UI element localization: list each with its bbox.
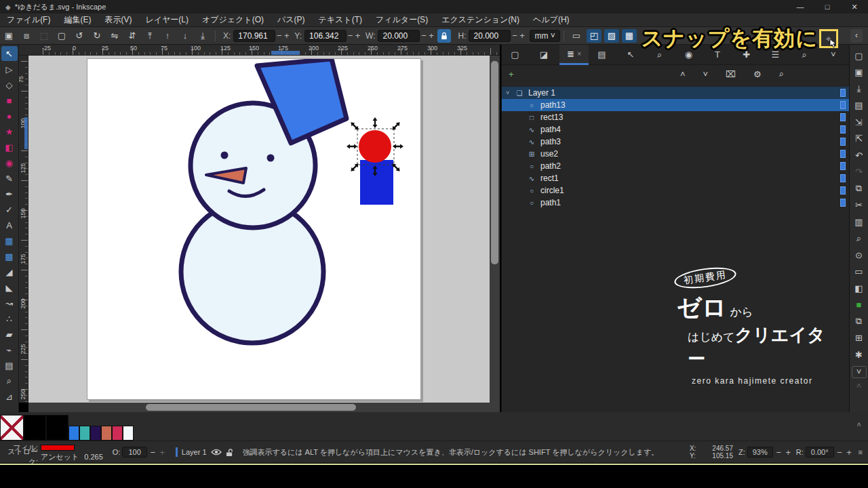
object-row[interactable]: ∿ path3 [502,136,850,148]
rotation-input[interactable]: 0.00° [806,447,834,458]
horizontal-scrollbar-thumb[interactable] [146,404,356,411]
opacity-decrement[interactable]: − [149,447,157,458]
object-row[interactable]: ○ path13 [502,99,850,111]
canvas-viewport[interactable] [28,56,490,403]
snowman-left-eye[interactable] [221,152,229,159]
new-document-icon[interactable]: ▢ [852,47,867,64]
move-patterns-toggle[interactable]: ▦ [622,29,637,43]
highlight-color-marker[interactable] [840,138,846,146]
rectangle-tool[interactable]: ■ [1,93,18,108]
zoom-decrement[interactable]: − [775,447,783,458]
eraser-tool[interactable]: ▰ [1,327,18,342]
swatches-icon[interactable]: ■ [852,297,867,314]
height-increment[interactable]: + [518,30,526,41]
pages-tool[interactable]: ▤ [1,358,18,373]
black-swatch[interactable] [24,415,46,441]
teal-swatch[interactable] [79,426,90,441]
raise-layer-button[interactable]: ˄ [680,69,686,79]
zoom-increment[interactable]: + [785,447,792,458]
import-icon[interactable]: ⇲ [852,114,867,131]
horizontal-ruler[interactable]: -250255075100125150175200225250275300325 [19,45,500,56]
open-icon[interactable]: ▣ [852,64,867,81]
paint-bucket-tool[interactable]: ◣ [1,280,18,295]
menu-item[interactable]: 編集(E) [57,14,98,26]
expander-icon[interactable]: ˅ [506,89,514,96]
crimson-swatch[interactable] [112,426,123,441]
vertical-ruler[interactable]: 75100125150175200225250 [19,56,28,403]
pen-tool[interactable]: ✒ [1,186,18,201]
selector-tool[interactable]: ↖ [1,46,18,61]
snap-toggle-button[interactable]: ⌖ [819,29,838,48]
menu-item[interactable]: レイヤー(L) [138,14,195,26]
lower-button[interactable]: ↓ [177,29,193,43]
menu-item[interactable]: テキスト(T) [312,14,369,26]
add-layer-button[interactable]: + [509,69,514,79]
move-gradients-toggle[interactable]: ▨ [604,29,619,43]
tab-fill-stroke[interactable]: ◪ [531,45,560,65]
spray-tool[interactable]: ∴ [1,311,18,326]
search-layers-button[interactable]: ⌕ [779,68,784,79]
tab-layers[interactable]: ≣ × [559,45,589,65]
menu-item[interactable]: ヘルプ(H) [526,14,576,26]
opacity-input[interactable]: 100 [122,447,146,458]
lock-ratio-toggle[interactable] [437,29,451,43]
copy-icon[interactable]: ⧉ [852,180,867,197]
mesh-tool[interactable]: ▩ [1,249,18,264]
rotate-cw-button[interactable]: ↻ [89,29,105,43]
highlight-color-marker[interactable] [840,89,846,97]
layer-row[interactable]: ˅ ❏ Layer 1 [502,87,850,99]
object-row[interactable]: ∿ rect1 [502,172,850,184]
select-all-layers-button[interactable]: ⧈ [18,29,35,43]
snapbar-collapse-button[interactable]: ‹ [850,29,863,43]
zoom-page-icon[interactable]: ▭ [852,264,867,281]
layer-lock-icon[interactable] [226,448,233,457]
highlight-color-marker[interactable] [840,113,846,121]
flip-horizontal-button[interactable]: ⇋ [106,29,123,43]
highlight-color-marker[interactable] [840,101,846,109]
node-tool[interactable]: ▷ [1,62,18,77]
scroll-up-icon[interactable]: ˄ [852,378,867,395]
page-frame-icon[interactable]: ◧ [852,280,867,297]
save-icon[interactable]: ⤓ [852,81,867,98]
purple-swatch[interactable] [90,426,101,441]
x-increment[interactable]: + [283,30,290,41]
salmon-swatch[interactable] [101,426,112,441]
width-input[interactable]: 20.000 [378,30,420,42]
blue-swatch[interactable] [68,426,79,441]
deselect-button[interactable]: ⬚ [36,29,52,43]
document-page[interactable] [87,58,421,400]
horizontal-scrollbar[interactable] [28,403,500,412]
clone-icon[interactable]: ⊞ [852,330,867,347]
export-icon[interactable]: ⇱ [852,131,867,148]
object-row[interactable]: ⊞ use2 [502,148,850,160]
rotate-ccw-button[interactable]: ↺ [71,29,87,43]
spiral-tool[interactable]: ◉ [1,155,18,170]
height-input[interactable]: 20.000 [469,30,511,42]
menu-item[interactable]: オブジェクト(O) [195,14,271,26]
redo-icon[interactable]: ↷ [852,164,867,181]
star-tool[interactable]: ★ [1,124,18,139]
close-button[interactable]: ✕ [841,3,868,12]
menu-item[interactable]: 表示(V) [98,14,138,26]
zoom-input[interactable]: 93% [747,447,773,458]
zoom-drawing-icon[interactable]: ⊙ [852,247,867,264]
scroll-down-icon[interactable]: ˅ [852,366,867,378]
menu-item[interactable]: エクステンション(N) [435,14,526,26]
object-row[interactable]: ○ circle1 [502,184,850,197]
raise-to-top-button[interactable]: ⤒ [142,29,158,43]
vertical-scrollbar[interactable] [490,56,500,403]
highlight-color-marker[interactable] [840,186,846,195]
duplicate-icon[interactable]: ⧉ [852,313,867,330]
highlight-color-marker[interactable] [840,125,846,134]
zoom-selection-icon[interactable]: ⌕ [852,230,867,247]
minimize-button[interactable]: — [787,3,814,11]
ellipse-tool[interactable]: ● [1,108,18,123]
opacity-increment[interactable]: + [159,447,166,458]
highlight-color-marker[interactable] [840,162,846,170]
rotation-decrement[interactable]: − [836,447,844,458]
cut-icon[interactable]: ✂ [852,197,867,214]
layer-visibility-icon[interactable] [211,449,222,455]
palette-scroll-up-icon[interactable]: ˄ [857,420,868,428]
print-icon[interactable]: ▤ [852,98,867,115]
snowman-right-eye[interactable] [267,155,275,162]
